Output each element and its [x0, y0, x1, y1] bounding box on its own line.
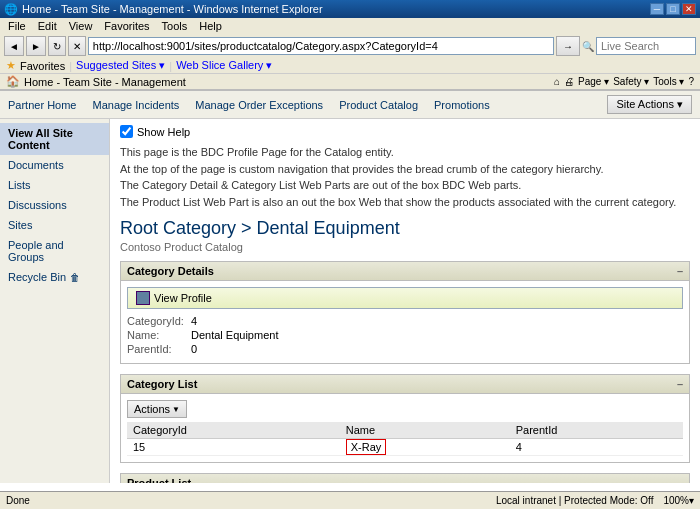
- zoom-level[interactable]: 100%▾: [663, 495, 694, 506]
- safety-menu[interactable]: Safety ▾: [613, 76, 649, 87]
- security-status: Local intranet | Protected Mode: Off: [496, 495, 654, 506]
- help-line-4: The Product List Web Part is also an out…: [120, 194, 690, 211]
- cell-parentid: 4: [510, 439, 683, 456]
- toolbar-row: ◄ ► ↻ ✕ → 🔍: [0, 34, 700, 58]
- page-subtitle: Contoso Product Catalog: [120, 241, 690, 253]
- title-bar-left: 🌐 Home - Team Site - Management - Window…: [4, 3, 323, 16]
- status-bar: Done Local intranet | Protected Mode: Of…: [0, 491, 700, 509]
- sidebar-people-groups[interactable]: People and Groups: [0, 235, 109, 267]
- show-help-label: Show Help: [137, 126, 190, 138]
- menu-bar: File Edit View Favorites Tools Help: [0, 18, 700, 34]
- page-title: Root Category > Dental Equipment: [120, 218, 690, 239]
- status-left: Done: [6, 495, 30, 506]
- nav-promotions[interactable]: Promotions: [434, 99, 490, 111]
- field-value-name: Dental Equipment: [191, 329, 278, 341]
- nav-partner-home[interactable]: Partner Home: [8, 99, 76, 111]
- cell-name: X-Ray: [340, 439, 510, 456]
- category-list-header-row: CategoryId Name ParentId: [127, 422, 683, 439]
- sidebar-view-all[interactable]: View All Site Content: [0, 123, 109, 155]
- cell-categoryid: 15: [127, 439, 340, 456]
- category-list-label: Category List: [127, 378, 197, 390]
- top-nav: Partner Home Manage Incidents Manage Ord…: [0, 91, 700, 119]
- tools-menu[interactable]: Tools ▾: [653, 76, 684, 87]
- recycle-bin-icon: 🗑: [70, 272, 80, 283]
- sidebar: View All Site Content Documents Lists Di…: [0, 119, 110, 483]
- product-list-collapse-icon[interactable]: –: [677, 477, 683, 483]
- menu-view[interactable]: View: [63, 19, 99, 33]
- view-profile-icon: [136, 291, 150, 305]
- stop-btn[interactable]: ✕: [68, 36, 86, 56]
- field-value-categoryid: 4: [191, 315, 197, 327]
- field-label-name: Name:: [127, 329, 187, 341]
- col-header-name: Name: [340, 422, 510, 439]
- web-slice-gallery-link[interactable]: Web Slice Gallery ▾: [176, 59, 272, 72]
- favorites-icon: ★: [6, 59, 16, 72]
- category-details-collapse-icon[interactable]: –: [677, 265, 683, 277]
- search-input[interactable]: [596, 37, 696, 55]
- product-list-header[interactable]: Product List –: [120, 473, 690, 483]
- menu-favorites[interactable]: Favorites: [98, 19, 155, 33]
- title-bar-controls: ─ □ ✕: [650, 3, 696, 15]
- forward-btn[interactable]: ►: [26, 36, 46, 56]
- view-profile-label: View Profile: [154, 292, 212, 304]
- nav-manage-order-exceptions[interactable]: Manage Order Exceptions: [195, 99, 323, 111]
- site-actions-button[interactable]: Site Actions ▾: [607, 95, 692, 114]
- menu-help[interactable]: Help: [193, 19, 228, 33]
- nav-manage-incidents[interactable]: Manage Incidents: [92, 99, 179, 111]
- window-title: Home - Team Site - Management - Windows …: [22, 3, 323, 15]
- go-btn[interactable]: →: [556, 36, 580, 56]
- category-details-label: Category Details: [127, 265, 214, 277]
- menu-edit[interactable]: Edit: [32, 19, 63, 33]
- nav-product-catalog[interactable]: Product Catalog: [339, 99, 418, 111]
- home-nav-icon[interactable]: ⌂: [554, 76, 560, 87]
- sidebar-documents[interactable]: Documents: [0, 155, 109, 175]
- content-area: Show Help This page is the BDC Profile P…: [110, 119, 700, 483]
- product-list-label: Product List: [127, 477, 191, 483]
- show-help-row: Show Help: [120, 125, 690, 138]
- sidebar-sites[interactable]: Sites: [0, 215, 109, 235]
- field-label-parentid: ParentId:: [127, 343, 187, 355]
- sidebar-lists[interactable]: Lists: [0, 175, 109, 195]
- sidebar-recycle-bin[interactable]: Recycle Bin 🗑: [0, 267, 109, 287]
- table-row: 15 X-Ray 4: [127, 439, 683, 456]
- refresh-btn[interactable]: ↻: [48, 36, 66, 56]
- search-icon: 🔍: [582, 41, 594, 52]
- category-details-body: View Profile CategoryId: 4 Name: Dental …: [120, 281, 690, 364]
- xray-value: X-Ray: [346, 439, 387, 455]
- suggested-sites-link[interactable]: Suggested Sites ▾: [76, 59, 165, 72]
- fav-separator-1: |: [69, 60, 72, 72]
- minimize-btn[interactable]: ─: [650, 3, 664, 15]
- show-help-checkbox[interactable]: [120, 125, 133, 138]
- help-icon[interactable]: ?: [688, 76, 694, 87]
- breadcrumb-bar: 🏠 Home - Team Site - Management ⌂ 🖨 Page…: [0, 74, 700, 91]
- main-layout: View All Site Content Documents Lists Di…: [0, 119, 700, 483]
- category-list-actions-bar: Actions ▼: [127, 400, 683, 418]
- help-text-block: This page is the BDC Profile Page for th…: [120, 144, 690, 210]
- print-icon[interactable]: 🖨: [564, 76, 574, 87]
- home-icon: 🏠: [6, 75, 20, 88]
- favorites-label[interactable]: Favorites: [20, 60, 65, 72]
- actions-dropdown-arrow: ▼: [172, 405, 180, 414]
- category-list-header[interactable]: Category List –: [120, 374, 690, 394]
- address-input[interactable]: [88, 37, 554, 55]
- actions-label: Actions: [134, 403, 170, 415]
- help-line-1: This page is the BDC Profile Page for th…: [120, 144, 690, 161]
- menu-tools[interactable]: Tools: [156, 19, 194, 33]
- menu-file[interactable]: File: [2, 19, 32, 33]
- back-btn[interactable]: ◄: [4, 36, 24, 56]
- fav-separator-2: |: [169, 60, 172, 72]
- sidebar-discussions[interactable]: Discussions: [0, 195, 109, 215]
- maximize-btn[interactable]: □: [666, 3, 680, 15]
- category-details-header[interactable]: Category Details –: [120, 261, 690, 281]
- close-btn[interactable]: ✕: [682, 3, 696, 15]
- page-menu[interactable]: Page ▾: [578, 76, 609, 87]
- help-line-2: At the top of the page is custom navigat…: [120, 161, 690, 178]
- category-list-body: Actions ▼ CategoryId Name ParentId: [120, 394, 690, 463]
- view-profile-button[interactable]: View Profile: [127, 287, 683, 309]
- title-bar: 🌐 Home - Team Site - Management - Window…: [0, 0, 700, 18]
- toolbar-icons: ⌂ 🖨 Page ▾ Safety ▾ Tools ▾ ?: [554, 76, 694, 87]
- category-list-collapse-icon[interactable]: –: [677, 378, 683, 390]
- breadcrumb-text: Home - Team Site - Management: [24, 76, 186, 88]
- category-list-table: CategoryId Name ParentId 15 X-Ray 4: [127, 422, 683, 456]
- category-list-actions-button[interactable]: Actions ▼: [127, 400, 187, 418]
